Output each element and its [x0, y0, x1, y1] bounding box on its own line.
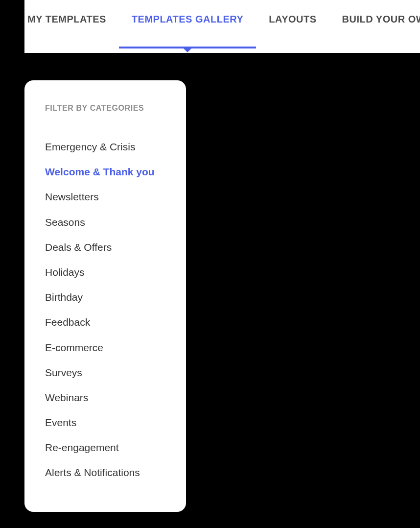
category-list: Emergency & Crisis Welcome & Thank you N… — [45, 134, 165, 485]
category-welcome-thank-you[interactable]: Welcome & Thank you — [45, 159, 165, 184]
category-surveys[interactable]: Surveys — [45, 360, 165, 385]
category-seasons[interactable]: Seasons — [45, 210, 165, 235]
tab-layouts[interactable]: LAYOUTS — [256, 14, 329, 25]
category-birthday[interactable]: Birthday — [45, 285, 165, 310]
category-emergency-crisis[interactable]: Emergency & Crisis — [45, 134, 165, 159]
tab-bar: MY TEMPLATES TEMPLATES GALLERY LAYOUTS B… — [24, 0, 420, 53]
filter-heading: FILTER BY CATEGORIES — [45, 104, 165, 113]
category-alerts-notifications[interactable]: Alerts & Notifications — [45, 460, 165, 485]
category-events[interactable]: Events — [45, 410, 165, 435]
category-webinars[interactable]: Webinars — [45, 385, 165, 410]
tab-templates-gallery[interactable]: TEMPLATES GALLERY — [119, 14, 257, 25]
category-deals-offers[interactable]: Deals & Offers — [45, 235, 165, 260]
category-holidays[interactable]: Holidays — [45, 260, 165, 285]
category-newsletters[interactable]: Newsletters — [45, 184, 165, 209]
tab-my-templates[interactable]: MY TEMPLATES — [24, 14, 119, 25]
category-re-engagement[interactable]: Re-engagement — [45, 435, 165, 460]
category-feedback[interactable]: Feedback — [45, 310, 165, 335]
tab-build-your-own[interactable]: BUILD YOUR OWN — [329, 14, 420, 25]
filter-panel: FILTER BY CATEGORIES Emergency & Crisis … — [24, 80, 186, 512]
category-e-commerce[interactable]: E-commerce — [45, 335, 165, 360]
